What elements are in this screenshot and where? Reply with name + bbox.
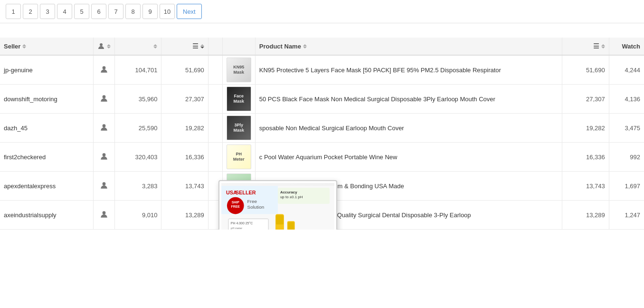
page-btn-10[interactable]: 10 — [160, 4, 175, 19]
num1-sort[interactable] — [153, 44, 157, 48]
th-col-num2[interactable]: ☰ — [161, 38, 208, 55]
svg-text:Free: Free — [247, 199, 257, 204]
product-sort[interactable] — [303, 44, 307, 48]
svg-text:up to ±0.1 pH: up to ±0.1 pH — [280, 195, 303, 199]
person-icon-1 — [100, 94, 108, 103]
num-col1-cell-4: 3,283 — [115, 172, 161, 201]
seller-name-3: first2checkered — [4, 154, 46, 161]
num2-sort[interactable] — [200, 44, 204, 48]
page-btn-6[interactable]: 6 — [91, 4, 106, 19]
person-icon-cell-4 — [94, 172, 115, 201]
table-row: downshift_motoring 35,960 27,307 FaceMas… — [0, 85, 644, 114]
page-btn-9[interactable]: 9 — [142, 4, 158, 19]
num-col1-cell-3: 320,403 — [115, 143, 161, 172]
svg-text:FREE: FREE — [231, 205, 240, 208]
list-icon-1: ☰ — [192, 42, 199, 50]
watch-cell-3: 992 — [609, 143, 644, 172]
page-btn-1[interactable]: 1 — [6, 4, 21, 19]
watch-cell-5: 1,247 — [609, 201, 644, 230]
svg-point-1 — [103, 66, 106, 69]
num-col2-cell-4: 13,743 — [161, 172, 208, 201]
seller-cell-1: downshift_motoring — [0, 85, 94, 114]
table-row: jp-genuine 104,701 51,690 KN95Mask KN95 … — [0, 55, 644, 85]
svg-text:pH meter: pH meter — [231, 227, 242, 230]
svg-rect-20 — [276, 215, 284, 224]
th-product-name[interactable]: Product Name — [255, 38, 562, 55]
product-num-cell-1: 27,307 — [562, 85, 609, 114]
svg-point-3 — [103, 124, 106, 127]
th-col-num3[interactable]: ☰ — [562, 38, 609, 55]
product-img-cell-0: KN95Mask — [222, 55, 255, 85]
page-btn-3[interactable]: 3 — [40, 4, 55, 19]
th-col-icon2[interactable] — [208, 38, 222, 55]
person-icon-3 — [100, 152, 108, 161]
person-icon-cell-1 — [94, 85, 115, 114]
person-icon-2 — [100, 123, 108, 132]
watch-cell-4: 1,697 — [609, 172, 644, 201]
person-icon — [97, 42, 105, 50]
page-btn-7[interactable]: 7 — [108, 4, 123, 19]
person-icon-4 — [100, 181, 108, 190]
num-col1-cell-2: 25,590 — [115, 114, 161, 143]
svg-point-5 — [103, 182, 106, 185]
product-name-cell-0: KN95 Protective 5 Layers Face Mask [50 P… — [255, 55, 562, 85]
num3-sort[interactable] — [601, 44, 605, 48]
product-name-cell-3: c Pool Water Aquarium Pocket Portable Wi… — [255, 143, 562, 172]
product-thumbnail-2: 3PlyMask — [227, 116, 251, 140]
svg-point-4 — [103, 153, 106, 156]
product-image-tooltip: USA SELLER SHIP FREE Free Solution Accur… — [218, 180, 337, 230]
person-icon-0 — [100, 65, 108, 74]
page-btn-4[interactable]: 4 — [57, 4, 72, 19]
svg-point-2 — [103, 95, 106, 98]
seller-cell-5: axeindustrialsupply — [0, 201, 94, 230]
th-watch[interactable]: Watch — [609, 38, 644, 55]
extra-col-cell-0 — [208, 55, 222, 85]
table-row: dazh_45 25,590 19,282 3PlyMask sposable … — [0, 114, 644, 143]
product-num-cell-0: 51,690 — [562, 55, 609, 85]
th-seller[interactable]: Seller — [0, 38, 94, 55]
product-thumbnail-1: FaceMask — [227, 87, 251, 111]
seller-name-5: axeindustrialsupply — [4, 212, 57, 219]
page-btn-2[interactable]: 2 — [23, 4, 38, 19]
seller-name-2: dazh_45 — [4, 125, 28, 132]
page-btn-5[interactable]: 5 — [74, 4, 89, 19]
svg-rect-24 — [288, 222, 294, 230]
num-col2-cell-5: 13,289 — [161, 201, 208, 230]
th-product-img — [222, 38, 255, 55]
page-btn-8[interactable]: 8 — [125, 4, 141, 19]
extra-col-cell-3 — [208, 143, 222, 172]
num-col1-cell-0: 104,701 — [115, 55, 161, 85]
seller-name-0: jp-genuine — [4, 67, 33, 74]
product-name-col-label: Product Name — [259, 43, 301, 50]
extra-col-cell-1 — [208, 85, 222, 114]
extra-col-cell-2 — [208, 114, 222, 143]
product-name-cell-2: sposable Non Medical Surgical Earloop Mo… — [255, 114, 562, 143]
product-num-cell-3: 16,336 — [562, 143, 609, 172]
product-num-cell-4: 13,743 — [562, 172, 609, 201]
seller-name-1: downshift_motoring — [4, 96, 57, 103]
svg-text:SHIP: SHIP — [232, 201, 240, 204]
th-col-icon1[interactable] — [94, 38, 115, 55]
seller-sort-icon[interactable] — [22, 44, 26, 48]
person-icon-cell-0 — [94, 55, 115, 85]
seller-col-label: Seller — [4, 43, 20, 50]
num-col2-cell-2: 19,282 — [161, 114, 208, 143]
num-col1-cell-1: 35,960 — [115, 85, 161, 114]
main-table-container: Seller — [0, 38, 644, 230]
seller-cell-0: jp-genuine — [0, 55, 94, 85]
watch-col-label: Watch — [622, 43, 640, 50]
product-thumbnail-0: KN95Mask — [227, 58, 251, 82]
col-icon1-sort[interactable] — [107, 44, 111, 48]
product-img-cell-3: PHMeter — [222, 143, 255, 172]
pagination: 1 2 3 4 5 6 7 8 9 10 Next — [0, 0, 644, 23]
svg-point-6 — [103, 211, 106, 214]
seller-cell-3: first2checkered — [0, 143, 94, 172]
th-col-num1[interactable] — [115, 38, 161, 55]
table-row: first2checkered 320,403 16,336 PHMeter c… — [0, 143, 644, 172]
product-name-text-1: 50 PCS Black Face Mask Non Medical Surgi… — [259, 96, 495, 103]
next-button[interactable]: Next — [177, 4, 202, 19]
person-icon-cell-5 — [94, 201, 115, 230]
list-icon-2: ☰ — [593, 42, 599, 50]
person-icon-cell-2 — [94, 114, 115, 143]
svg-text:Solution: Solution — [247, 204, 265, 210]
